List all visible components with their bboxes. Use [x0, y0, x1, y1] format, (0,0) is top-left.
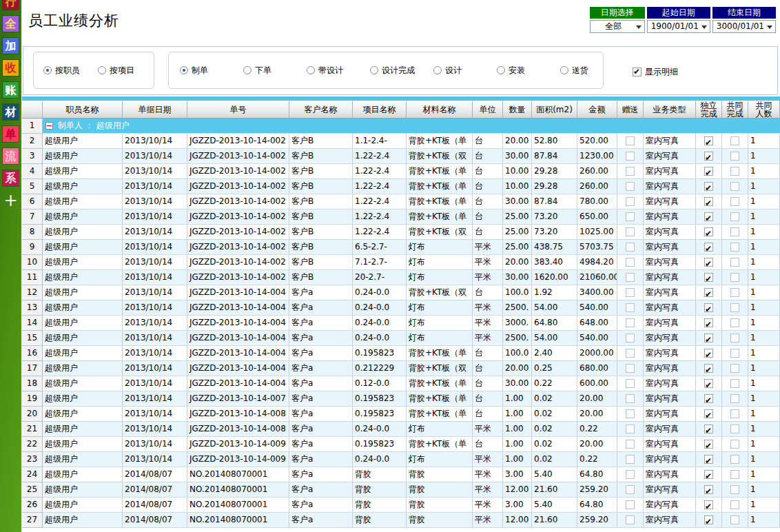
solo-complete-checkbox[interactable] [704, 197, 713, 206]
gift-checkbox[interactable] [626, 424, 635, 433]
solo-complete-checkbox[interactable] [704, 167, 713, 176]
joint-complete-checkbox[interactable] [730, 303, 739, 312]
solo-complete-checkbox[interactable] [704, 379, 713, 388]
solo-complete-checkbox[interactable] [704, 227, 713, 236]
gift-checkbox[interactable] [626, 349, 635, 358]
solo-complete-checkbox[interactable] [704, 424, 713, 433]
gift-checkbox[interactable] [626, 394, 635, 403]
gift-checkbox[interactable] [626, 470, 635, 479]
table-row[interactable]: 25超级用户2014/08/07NO.201408070001客户a背胶背胶平米… [22, 482, 780, 498]
sidebar-item-quan[interactable]: 全 [3, 16, 19, 32]
radio-place-order[interactable]: 下单 [243, 65, 307, 76]
column-header-material-name[interactable]: 材料名称 [407, 101, 473, 119]
gift-checkbox[interactable] [626, 364, 635, 373]
gift-checkbox[interactable] [626, 379, 635, 388]
radio-icon[interactable] [243, 66, 252, 74]
gift-checkbox[interactable] [626, 243, 635, 252]
table-row[interactable]: 18超级用户2013/10/14JGZZD-2013-10-14-004客户a0… [22, 376, 780, 391]
solo-complete-checkbox[interactable] [704, 212, 713, 221]
joint-complete-checkbox[interactable] [730, 197, 739, 206]
table-row[interactable]: 12超级用户2013/10/14JGZZD-2013-10-14-004客户a0… [22, 285, 780, 300]
radio-icon[interactable] [560, 66, 568, 74]
radio-design[interactable]: 设计 [433, 65, 497, 76]
column-header-amount[interactable]: 金额 [577, 101, 617, 119]
gift-checkbox[interactable] [626, 409, 635, 418]
table-row[interactable]: 23超级用户2013/10/14JGZZD-2013-10-14-009客户a0… [22, 452, 780, 467]
table-row[interactable]: 20超级用户2013/10/14JGZZD-2013-10-14-008客户a0… [22, 407, 780, 422]
sidebar-item-zhang[interactable]: 账 [3, 82, 19, 98]
column-header-gift[interactable]: 赠送 [617, 101, 644, 119]
joint-complete-checkbox[interactable] [730, 318, 739, 327]
joint-complete-checkbox[interactable] [730, 470, 739, 479]
sidebar-item-hang[interactable]: 行 [3, 0, 19, 10]
solo-complete-checkbox[interactable] [704, 318, 713, 327]
joint-complete-checkbox[interactable] [730, 500, 739, 509]
joint-complete-checkbox[interactable] [730, 409, 739, 418]
joint-complete-checkbox[interactable] [730, 136, 739, 145]
table-row[interactable]: 7超级用户2013/10/14JGZZD-2013-10-14-002客户B1.… [22, 209, 780, 225]
column-header-project-name[interactable]: 项目名称 [353, 101, 407, 119]
solo-complete-checkbox[interactable] [704, 455, 713, 464]
joint-complete-checkbox[interactable] [730, 515, 739, 524]
table-row[interactable]: 3超级用户2013/10/14JGZZD-2013-10-14-002客户B1.… [22, 149, 780, 164]
solo-complete-checkbox[interactable] [704, 243, 713, 252]
gift-checkbox[interactable] [626, 288, 635, 297]
solo-complete-checkbox[interactable] [704, 288, 713, 297]
table-row[interactable]: 4超级用户2013/10/14JGZZD-2013-10-14-002客户B1.… [22, 164, 780, 179]
radio-make-order[interactable]: 制单 [180, 65, 243, 76]
radio-install[interactable]: 安装 [497, 65, 560, 76]
gift-checkbox[interactable] [626, 303, 635, 312]
solo-complete-checkbox[interactable] [704, 303, 713, 312]
table-row[interactable]: 19超级用户2013/10/14JGZZD-2013-10-14-007客户a0… [22, 391, 780, 407]
solo-complete-checkbox[interactable] [704, 440, 713, 449]
show-detail-toggle[interactable]: 显示明细 [633, 66, 678, 78]
table-row[interactable]: 22超级用户2013/10/14JGZZD-2013-10-14-009客户a0… [22, 437, 780, 452]
table-row[interactable]: 8超级用户2013/10/14JGZZD-2013-10-14-002客户B1.… [22, 225, 780, 240]
solo-complete-checkbox[interactable] [704, 364, 713, 373]
table-row[interactable]: 17超级用户2013/10/14JGZZD-2013-10-14-004客户a0… [22, 361, 780, 376]
table-row[interactable]: 26超级用户2014/08/07NO.201408070001客户a背胶背胶平米… [22, 498, 780, 513]
table-row[interactable]: 14超级用户2013/10/14JGZZD-2013-10-14-004客户a0… [22, 316, 780, 331]
joint-complete-checkbox[interactable] [730, 424, 739, 433]
solo-complete-checkbox[interactable] [704, 394, 713, 403]
table-row[interactable]: 5超级用户2013/10/14JGZZD-2013-10-14-002客户B1.… [22, 179, 780, 194]
joint-complete-checkbox[interactable] [730, 182, 739, 191]
gift-checkbox[interactable] [626, 197, 635, 206]
collapse-icon[interactable]: − [45, 122, 53, 130]
column-header-quantity[interactable]: 数量 [503, 101, 532, 119]
gift-checkbox[interactable] [626, 273, 635, 282]
gift-checkbox[interactable] [626, 136, 635, 145]
gift-checkbox[interactable] [626, 182, 635, 191]
table-row[interactable]: 27超级用户2014/08/07NO.201408070001客户a背胶背胶平米… [22, 513, 780, 528]
column-header-unit[interactable]: 单位 [473, 101, 503, 119]
column-header-area[interactable]: 面积(m2) [532, 101, 577, 119]
gift-checkbox[interactable] [626, 318, 635, 327]
joint-complete-checkbox[interactable] [730, 243, 739, 252]
joint-complete-checkbox[interactable] [730, 288, 739, 297]
radio-icon[interactable] [180, 66, 188, 74]
gift-checkbox[interactable] [626, 515, 635, 524]
table-row[interactable]: 2超级用户2013/10/14JGZZD-2013-10-14-002客户B1.… [22, 134, 780, 149]
radio-icon[interactable] [98, 66, 106, 74]
table-row[interactable]: 13超级用户2013/10/14JGZZD-2013-10-14-004客户a0… [22, 300, 780, 316]
solo-complete-checkbox[interactable] [704, 258, 713, 267]
joint-complete-checkbox[interactable] [730, 485, 739, 494]
start-date-dropdown[interactable]: 1900/01/01 [647, 20, 710, 33]
solo-complete-checkbox[interactable] [704, 515, 713, 524]
column-header-joint-complete[interactable]: 共同 完成 [722, 101, 748, 119]
solo-complete-checkbox[interactable] [704, 349, 713, 358]
radio-design-done[interactable]: 设计完成 [370, 65, 433, 76]
gift-checkbox[interactable] [626, 227, 635, 236]
date-mode-dropdown[interactable]: 全部 [590, 20, 645, 33]
solo-complete-checkbox[interactable] [704, 182, 713, 191]
column-header-solo-complete[interactable]: 独立 完成 [696, 101, 722, 119]
column-header-row-number[interactable] [22, 101, 43, 119]
gift-checkbox[interactable] [626, 485, 635, 494]
solo-complete-checkbox[interactable] [704, 136, 713, 145]
table-row[interactable]: 15超级用户2013/10/14JGZZD-2013-10-14-004客户a0… [22, 331, 780, 346]
solo-complete-checkbox[interactable] [704, 485, 713, 494]
gift-checkbox[interactable] [626, 334, 635, 342]
gift-checkbox[interactable] [626, 152, 635, 161]
radio-icon[interactable] [497, 66, 505, 74]
radio-icon[interactable] [433, 66, 442, 74]
